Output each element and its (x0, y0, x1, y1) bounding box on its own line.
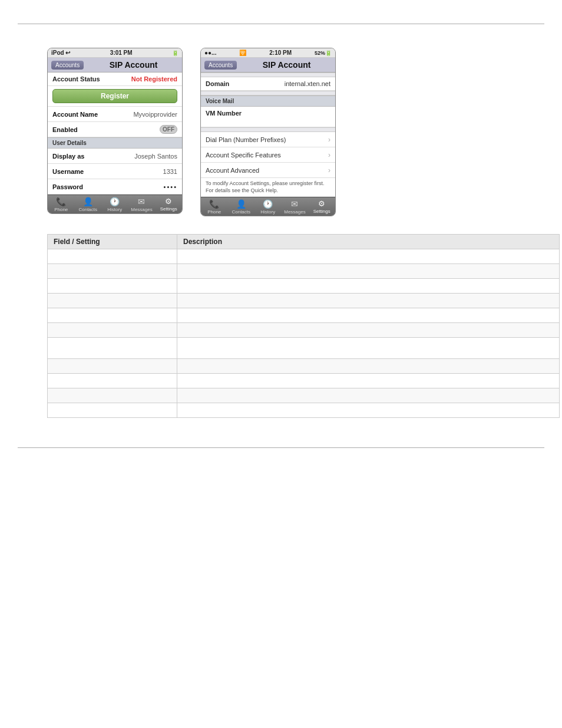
table-cell-desc (177, 279, 560, 294)
phone2-tab-messages[interactable]: ✉ Messages (284, 199, 305, 215)
phone1-user-details-header: User Details (48, 137, 182, 149)
phone2-phone-icon: 📞 (209, 199, 219, 209)
phone2-vm-number-input[interactable] (206, 117, 330, 124)
phone2-dial-plan-row[interactable]: Dial Plan (Number Prefixes) › (201, 132, 335, 147)
phone2-back-button[interactable]: Accounts (204, 61, 237, 70)
phone1-title: SIP Account (88, 60, 178, 70)
table-cell-desc (177, 249, 560, 264)
phone2-signal: ●●... (204, 50, 216, 56)
phone2-title: SIP Account (242, 60, 332, 70)
table-cell-field (48, 338, 177, 359)
table-cell-field (48, 323, 177, 338)
data-table: Field / Setting Description (47, 234, 560, 418)
phone2-account-advanced-row[interactable]: Account Advanced › (201, 163, 335, 178)
table-row (48, 264, 560, 279)
table-row (48, 388, 560, 403)
table-cell-desc (177, 338, 560, 359)
phone1-tab-contacts[interactable]: 👤 Contacts (77, 197, 98, 212)
phone2-time: 2:10 PM (269, 50, 292, 56)
table-cell-desc (177, 308, 560, 323)
phone2-notice: To modify Account Settings, please unreg… (201, 178, 335, 197)
table-row (48, 359, 560, 374)
phone1-register-button[interactable]: Register (52, 89, 177, 103)
phone2-account-specific-label: Account Specific Features (206, 151, 281, 159)
table-header-description: Description (177, 235, 560, 249)
phone2-account-advanced-label: Account Advanced (206, 167, 259, 174)
phone2-voicemail-header: Voice Mail (201, 95, 335, 107)
phone2-contacts-icon: 👤 (236, 199, 246, 209)
table-cell-field (48, 294, 177, 308)
messages-icon: ✉ (138, 197, 145, 206)
phone2-tab-settings-label: Settings (313, 209, 330, 214)
phone2-tab-contacts[interactable]: 👤 Contacts (230, 199, 252, 215)
phone1-back-button[interactable]: Accounts (51, 61, 84, 70)
phone2-tab-history-label: History (260, 209, 275, 215)
phone2-dial-plan-label: Dial Plan (Number Prefixes) (206, 136, 286, 143)
phone1-username-label: Username (52, 168, 84, 175)
phone2-battery: 52%🔋 (315, 50, 332, 56)
table-row (48, 403, 560, 418)
table-cell-field (48, 359, 177, 374)
phone2-tab-contacts-label: Contacts (232, 209, 250, 215)
table-cell-field (48, 264, 177, 279)
phone1-tab-history[interactable]: 🕐 History (104, 197, 125, 212)
screenshots-row: iPod ↩ 3:01 PM 🔋 Accounts SIP Account Ac… (47, 48, 538, 216)
table-cell-field (48, 249, 177, 264)
phone1-username-value: 1331 (163, 168, 177, 175)
table-cell-desc (177, 323, 560, 338)
phone1-password-value: •••• (164, 183, 177, 190)
table-row (48, 374, 560, 388)
phone2-status-bar: ●●... 🛜 2:10 PM 52%🔋 (201, 48, 335, 58)
phone2-domain-row: Domain internal.xten.net (201, 77, 335, 91)
phone1-account-status-row: Account Status Not Registered (48, 73, 182, 86)
phone1-not-registered-badge: Not Registered (131, 75, 177, 83)
phone1-account-status-label: Account Status (52, 75, 100, 83)
phone2-top-gap (201, 73, 335, 77)
phone2-account-specific-row[interactable]: Account Specific Features › (201, 147, 335, 163)
phone2-settings-icon: ⚙ (318, 199, 325, 208)
table-cell-desc (177, 374, 560, 388)
table-cell-desc (177, 388, 560, 403)
phone2-vm-number-row: VM Number (201, 107, 335, 127)
phone1-account-name-row: Account Name Myvoipprovider (48, 107, 182, 122)
phone2-dial-plan-chevron: › (328, 136, 330, 144)
bottom-rule (18, 447, 544, 448)
phone2-voicemail-gap (201, 91, 335, 95)
phone2-tab-settings[interactable]: ⚙ Settings (311, 199, 332, 215)
phone2-tab-phone[interactable]: 📞 Phone (204, 199, 225, 215)
phone2-vm-number-label: VM Number (206, 110, 330, 117)
table-cell-desc (177, 264, 560, 279)
phone2-domain-value: internal.xten.net (285, 80, 330, 87)
table-row (48, 308, 560, 323)
phone1-password-row: Password •••• (48, 179, 182, 195)
phone2-tab-history[interactable]: 🕐 History (257, 199, 279, 215)
phone1-display-as-value: Joseph Santos (134, 153, 177, 160)
phone2-wifi-icon: 🛜 (239, 50, 246, 56)
phone1-account-name-label: Account Name (52, 111, 98, 118)
phone1-status-right: 🔋 (172, 50, 178, 56)
phone1-tab-history-label: History (107, 207, 122, 212)
phone1-display-as-label: Display as (52, 153, 84, 160)
phone2-domain-label: Domain (206, 80, 229, 87)
table-row (48, 249, 560, 264)
phone1-tab-phone[interactable]: 📞 Phone (51, 197, 72, 212)
phone1-enabled-row: Enabled OFF (48, 122, 182, 137)
phone1-tab-settings-label: Settings (160, 206, 177, 212)
phone2-account-advanced-chevron: › (328, 166, 330, 174)
phone2-nav-rows-gap (201, 127, 335, 132)
phone2-tab-bar: 📞 Phone 👤 Contacts 🕐 History ✉ Messages … (201, 197, 335, 216)
phone1-tab-messages-label: Messages (131, 207, 152, 212)
table-row (48, 279, 560, 294)
phone2-nav-bar: Accounts SIP Account (201, 58, 335, 73)
phone1-status-left: iPod ↩ (51, 50, 70, 56)
phone2-mockup: ●●... 🛜 2:10 PM 52%🔋 Accounts SIP Accoun… (200, 48, 336, 216)
phone1-enabled-toggle[interactable]: OFF (160, 125, 177, 134)
phone1-tab-settings[interactable]: ⚙ Settings (158, 197, 179, 212)
phone2-tab-phone-label: Phone (207, 209, 221, 215)
phone2-messages-icon: ✉ (291, 199, 298, 209)
table-cell-field (48, 279, 177, 294)
phone2-history-icon: 🕐 (263, 199, 273, 209)
phone1-tab-messages[interactable]: ✉ Messages (131, 197, 152, 212)
history-icon: 🕐 (110, 197, 120, 206)
phone1-tab-phone-label: Phone (54, 207, 68, 212)
